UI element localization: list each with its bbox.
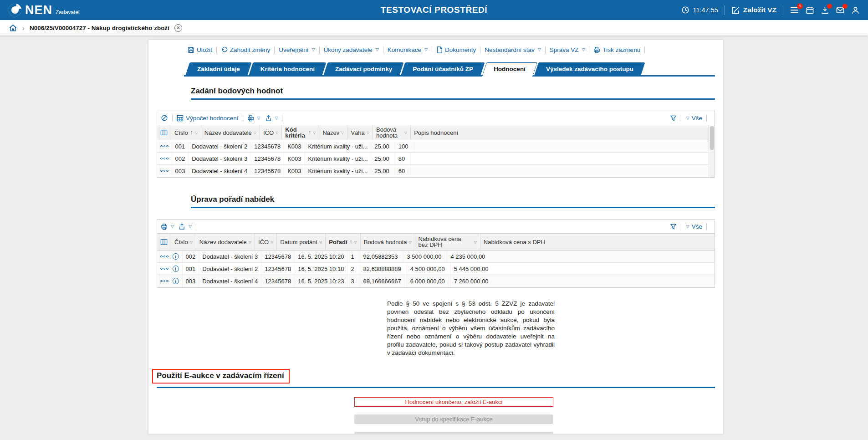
discard-changes-button[interactable]: Zahodit změny xyxy=(221,46,271,53)
tab-vysledek[interactable]: Výsledek zadávacího postupu xyxy=(536,62,643,75)
col-cislo-header[interactable]: Číslo ↑ ▽ xyxy=(171,125,201,140)
save-icon xyxy=(188,46,194,53)
vz-admin-menu[interactable]: Správa VZ ▽ xyxy=(550,46,585,53)
section-rule xyxy=(191,207,715,208)
close-record-icon[interactable]: ✕ xyxy=(174,24,182,32)
col-cena-s-dph-header[interactable]: Nabídková cena s DPH xyxy=(480,234,548,250)
person-icon xyxy=(851,6,860,15)
divider xyxy=(725,5,725,15)
row-menu-icon[interactable] xyxy=(160,268,168,270)
main-menu-button[interactable]: 1 xyxy=(790,6,799,15)
downloads-button[interactable] xyxy=(821,6,829,15)
divider xyxy=(172,115,173,122)
table-row[interactable]: 002 Dodavatel - školení 3 12345678 K003 … xyxy=(157,153,715,165)
show-all-button[interactable]: ▽ Vše xyxy=(685,115,702,122)
row-menu-icon[interactable] xyxy=(160,170,168,172)
chevron-down-icon: ▽ xyxy=(312,48,315,52)
divider xyxy=(545,46,546,53)
print-menu-button[interactable]: ▽ xyxy=(161,223,174,230)
reset-filter-button[interactable] xyxy=(161,114,168,122)
export-menu-button[interactable]: ▽ xyxy=(265,115,278,122)
divider xyxy=(644,46,645,53)
divider xyxy=(243,115,243,122)
filter-caret-icon: ▽ xyxy=(188,239,193,245)
contracting-actions-menu[interactable]: Úkony zadavatele ▽ xyxy=(324,46,379,53)
row-menu-icon[interactable] xyxy=(160,256,168,258)
clock-icon xyxy=(681,6,689,14)
nen-logo[interactable]: NEN Zadavatel xyxy=(8,3,80,17)
filter-button[interactable] xyxy=(670,223,677,230)
tab-kriteria-hodnoceni[interactable]: Kritéria hodnocení xyxy=(251,62,324,75)
filter-button[interactable] xyxy=(670,115,677,122)
nen-logo-icon xyxy=(8,3,22,17)
tab-zadavaci-podminky[interactable]: Zadávací podmínky xyxy=(326,62,402,75)
section-rule xyxy=(157,387,715,388)
create-eauction-button[interactable]: Hodnocení ukončeno, založit E-aukci xyxy=(354,397,553,407)
col-poradi-header[interactable]: Pořadí ↑ ▽ xyxy=(326,234,361,250)
info-icon[interactable]: i xyxy=(173,278,179,284)
communication-menu[interactable]: Komunikace ▽ xyxy=(388,46,428,53)
breadcrumb-current-item: N006/25/V00004727 - Nákup drogistického … xyxy=(30,25,169,31)
chevron-down-icon: ▽ xyxy=(538,48,541,52)
table-row[interactable]: i 002 Dodavatel - školení 3 12345678 16.… xyxy=(157,251,715,263)
home-icon[interactable] xyxy=(9,24,17,32)
save-button[interactable]: Uložit xyxy=(188,46,212,53)
divider xyxy=(706,115,707,122)
divider xyxy=(319,46,320,53)
filter-caret-icon: ▽ xyxy=(247,239,251,245)
row-menu-icon[interactable] xyxy=(160,280,168,282)
messages-button[interactable] xyxy=(836,6,845,15)
row-menu-icon[interactable] xyxy=(160,145,168,148)
row-menu-icon[interactable] xyxy=(160,158,168,160)
compute-score-button[interactable]: Výpočet hodnocení xyxy=(177,115,239,122)
col-dodavatel-header[interactable]: Název dodavatele ▽ xyxy=(201,125,260,140)
divider xyxy=(681,115,681,122)
table-row[interactable]: 003 Dodavatel - školení 4 12345678 K003 … xyxy=(157,165,715,177)
chevron-down-icon: ▽ xyxy=(686,225,689,229)
col-nazev-header[interactable]: Název ▽ xyxy=(319,125,347,140)
col-kod-kriteria-header[interactable]: Kód kritéria ↑ ▽ xyxy=(282,125,319,140)
divider xyxy=(783,5,783,15)
publish-menu[interactable]: Uveřejnění ▽ xyxy=(279,46,315,53)
col-bodova-hodnota-header[interactable]: Bodová hodnota ▽ xyxy=(361,234,415,250)
info-icon[interactable]: i xyxy=(173,266,179,272)
divider xyxy=(282,115,282,122)
table-row[interactable]: i 003 Dodavatel - školení 4 12345678 16.… xyxy=(157,275,715,287)
column-settings-header[interactable] xyxy=(157,125,171,140)
col-ico-header[interactable]: IČO ▽ xyxy=(260,125,282,140)
table-row[interactable]: i 001 Dodavatel - školení 2 12345678 16.… xyxy=(157,263,715,275)
export-menu-button[interactable]: ▽ xyxy=(179,223,192,230)
nonstandard-state-menu[interactable]: Nestandardní stav ▽ xyxy=(485,46,541,53)
tab-hodnoceni[interactable]: Hodnocení xyxy=(484,62,535,75)
divider xyxy=(681,223,681,230)
calendar-button[interactable] xyxy=(806,6,814,15)
filter-caret-icon: ▽ xyxy=(365,130,369,136)
divider xyxy=(196,223,196,230)
print-record-button[interactable]: Tisk záznamu xyxy=(593,46,640,53)
edit-icon xyxy=(731,6,740,15)
column-settings-header[interactable] xyxy=(157,234,171,250)
current-time: 11:47:55 xyxy=(693,6,718,14)
col-cena-bez-dph-header[interactable]: Nabídková cena bez DPH ▽ xyxy=(415,234,480,250)
print-menu-button[interactable]: ▽ xyxy=(247,115,260,122)
table-row[interactable]: 001 Dodavatel - školení 2 12345678 K003 … xyxy=(157,140,715,153)
col-vaha-header[interactable]: Váha ▽ xyxy=(347,125,373,140)
col-datum-podani-header[interactable]: Datum podání ▽ xyxy=(277,234,326,250)
col-cislo-header[interactable]: Číslo ▽ xyxy=(171,234,196,250)
filter-caret-icon: ▽ xyxy=(311,130,316,136)
table-scrollbar[interactable] xyxy=(709,125,715,177)
col-bodova-hodnota-header[interactable]: Bodová hodnota ▽ xyxy=(373,125,411,140)
breadcrumb-separator: › xyxy=(22,24,25,32)
tab-zakladni-udaje[interactable]: Základní údaje xyxy=(188,62,250,75)
top-header-bar: NEN Zadavatel TESTOVACÍ PROSTŘEDÍ 11:47:… xyxy=(0,0,868,20)
documents-button[interactable]: Dokumenty xyxy=(436,46,476,53)
show-all-button[interactable]: ▽ Vše xyxy=(685,223,702,230)
col-popis-header[interactable]: Popis hodnocení xyxy=(411,125,461,140)
profile-button[interactable] xyxy=(851,6,860,15)
brand-name: NEN xyxy=(25,3,52,17)
info-icon[interactable]: i xyxy=(173,253,179,260)
create-vz-button[interactable]: Založit VZ xyxy=(731,6,776,15)
col-dodavatel-header[interactable]: Název dodavatele ▽ xyxy=(196,234,255,250)
col-ico-header[interactable]: IČO ▽ xyxy=(255,234,277,250)
tab-podani-ucastniku[interactable]: Podání účastníků ZP xyxy=(403,62,483,75)
